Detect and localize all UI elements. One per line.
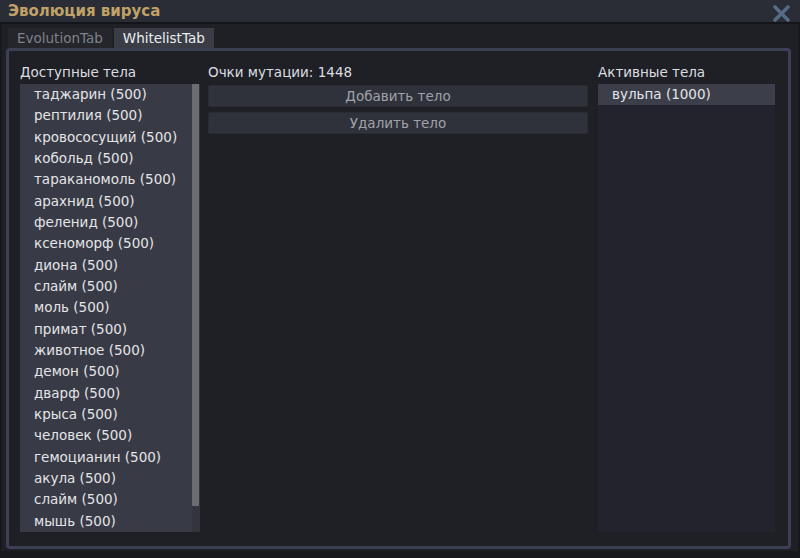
available-body-item[interactable]: примат (500) xyxy=(20,319,200,340)
available-body-item[interactable]: человек (500) xyxy=(20,425,200,446)
available-body-item[interactable]: гемоцианин (500) xyxy=(20,447,200,468)
available-body-item[interactable]: кобольд (500) xyxy=(20,148,200,169)
available-body-item[interactable]: акула (500) xyxy=(20,468,200,489)
available-body-item[interactable]: диона (500) xyxy=(20,255,200,276)
available-body-item[interactable]: арахнид (500) xyxy=(20,191,200,212)
available-body-item[interactable]: тараканомоль (500) xyxy=(20,169,200,190)
virus-evolution-window: Эволюция вируса EvolutionTab WhitelistTa… xyxy=(0,0,800,558)
available-body-item[interactable]: крыса (500) xyxy=(20,404,200,425)
available-body-item[interactable]: ксеноморф (500) xyxy=(20,233,200,254)
available-body-item[interactable]: демон (500) xyxy=(20,361,200,382)
close-button[interactable] xyxy=(771,3,791,23)
available-list-scrollbar[interactable] xyxy=(192,84,200,532)
titlebar[interactable]: Эволюция вируса xyxy=(0,0,800,24)
active-bodies-header: Активные тела xyxy=(598,63,705,81)
available-body-item[interactable]: мышь (500) xyxy=(20,511,200,532)
tab-whitelist[interactable]: WhitelistTab xyxy=(114,28,214,48)
available-body-item[interactable]: кровососущий (500) xyxy=(20,127,200,148)
add-body-button[interactable]: Добавить тело xyxy=(208,85,588,107)
active-body-item[interactable]: вульпа (1000) xyxy=(598,84,775,105)
close-icon xyxy=(773,5,790,22)
tab-bar: EvolutionTab WhitelistTab xyxy=(8,28,216,48)
available-body-item[interactable]: дварф (500) xyxy=(20,383,200,404)
content-panel: Доступные тела Очки мутации: 1448 Активн… xyxy=(6,48,791,549)
available-body-item[interactable]: феленид (500) xyxy=(20,212,200,233)
available-body-item[interactable]: моль (500) xyxy=(20,297,200,318)
tab-evolution[interactable]: EvolutionTab xyxy=(8,28,112,48)
mutation-actions: Добавить тело Удалить тело xyxy=(208,85,588,139)
remove-body-button[interactable]: Удалить тело xyxy=(208,112,588,134)
scrollbar-thumb[interactable] xyxy=(192,84,199,506)
available-body-item[interactable]: слайм (500) xyxy=(20,489,200,510)
available-body-item[interactable]: таджарин (500) xyxy=(20,84,200,105)
available-body-item[interactable]: слайм (500) xyxy=(20,276,200,297)
available-body-item[interactable]: животное (500) xyxy=(20,340,200,361)
window-title: Эволюция вируса xyxy=(8,0,160,23)
available-bodies-list: таджарин (500) рептилия (500) кровососущ… xyxy=(20,84,200,532)
mutation-points-label: Очки мутации: 1448 xyxy=(208,63,352,81)
available-body-item[interactable]: рептилия (500) xyxy=(20,105,200,126)
available-bodies-header: Доступные тела xyxy=(20,63,136,81)
active-bodies-list: вульпа (1000) xyxy=(598,84,775,532)
